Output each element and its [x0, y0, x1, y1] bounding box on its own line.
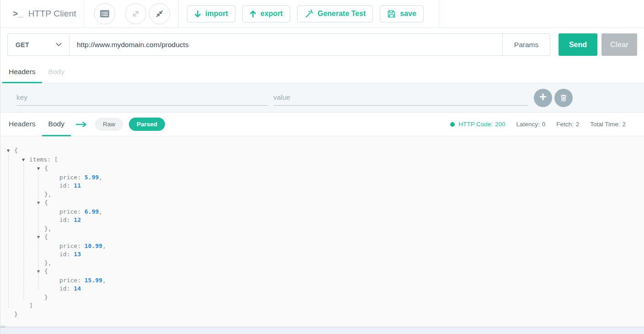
save-button[interactable]: save	[380, 5, 424, 22]
json-tree-line: id: 11	[0, 182, 644, 190]
magic-wand-icon	[304, 9, 314, 18]
json-tree-line: ▼{	[0, 164, 644, 173]
tab-response-headers[interactable]: Headers	[2, 113, 42, 136]
json-tree-line: ▼{	[0, 199, 644, 208]
expand-button[interactable]	[125, 3, 146, 24]
fetch-status: Fetch: 2	[556, 121, 579, 128]
url-input[interactable]	[69, 34, 502, 55]
json-plain-text: {	[44, 165, 48, 172]
json-plain-text: price:	[59, 242, 85, 249]
page-title: HTTP Client	[28, 9, 76, 19]
export-button[interactable]: export	[242, 5, 290, 22]
json-tree-line: },	[0, 190, 644, 199]
fetch-label: Fetch:	[556, 121, 574, 128]
collapse-icon	[155, 9, 164, 18]
tab-request-headers[interactable]: Headers	[2, 61, 42, 83]
json-tree-line: ▼{	[0, 233, 644, 242]
resize-grip[interactable]	[0, 325, 5, 329]
url-group: GET Params	[7, 33, 550, 56]
json-number-text: 13	[74, 251, 81, 258]
tree-indent-guide	[8, 155, 9, 307]
json-plain-text: ,	[102, 277, 106, 284]
generate-test-button-label: Generate Test	[318, 10, 366, 18]
tab-response-body[interactable]: Body	[42, 113, 71, 136]
app-title-area: >_ HTTP Client	[0, 0, 84, 27]
form-view-icon	[100, 10, 110, 18]
json-plain-text: {	[14, 147, 18, 154]
json-number-text: 15.99	[85, 277, 102, 284]
form-view-button[interactable]	[94, 3, 115, 24]
bottom-bar	[0, 327, 644, 334]
import-button[interactable]: import	[187, 5, 235, 22]
response-status-group: HTTP Code: 200 Latency: 0 Fetch: 2 Total…	[450, 113, 626, 136]
send-button[interactable]: Send	[559, 33, 597, 56]
http-code-label: HTTP Code:	[458, 121, 493, 128]
arrow-right-icon	[75, 113, 88, 136]
parsed-view-button[interactable]: Parsed	[129, 118, 165, 131]
tree-indent-guide	[38, 172, 39, 290]
raw-view-button[interactable]: Raw	[95, 118, 123, 131]
http-code-value: 200	[495, 121, 506, 128]
method-select-value: GET	[16, 41, 29, 48]
json-tree-line: id: 13	[0, 250, 644, 259]
request-tabs: Headers Body	[0, 61, 644, 83]
collapse-toggle-icon[interactable]: ▼	[7, 147, 14, 156]
toolbar-actions: import export Generate Test save	[179, 0, 439, 27]
json-plain-text: items: [	[29, 156, 58, 163]
json-plain-text: id:	[59, 285, 74, 292]
expand-icon	[131, 9, 140, 18]
save-button-label: save	[400, 10, 416, 18]
plus-icon: +	[539, 90, 547, 104]
json-tree-line: ▼items: [	[0, 156, 644, 165]
json-plain-text: ,	[102, 242, 106, 249]
json-plain-text: },	[44, 225, 52, 232]
total-time-status: Total Time: 2	[590, 121, 626, 128]
json-plain-text: },	[44, 191, 52, 198]
json-number-text: 12	[74, 216, 81, 223]
json-plain-text: id:	[59, 182, 74, 189]
add-header-button[interactable]: +	[534, 89, 552, 107]
json-plain-text: id:	[59, 216, 74, 223]
json-tree-line: ▼{	[0, 146, 644, 156]
json-tree-line: id: 12	[0, 216, 644, 225]
response-body-panel: ▼{▼items: [▼{price: 5.99,id: 11},▼{price…	[0, 136, 644, 327]
json-plain-text: }	[44, 294, 48, 301]
json-plain-text: ]	[29, 302, 33, 309]
clear-button[interactable]: Clear	[601, 33, 637, 56]
json-plain-text: {	[44, 199, 48, 206]
response-toolbar: Headers Body Raw Parsed HTTP Code: 200 L…	[0, 113, 644, 136]
header-kv-row: +	[0, 83, 644, 113]
params-button[interactable]: Params	[502, 34, 550, 55]
json-number-text: 14	[74, 285, 81, 292]
total-time-value: 2	[622, 121, 626, 128]
arrow-up-icon	[250, 10, 256, 18]
arrow-down-icon	[194, 10, 201, 18]
http-code-status: HTTP Code: 200	[450, 121, 505, 128]
json-tree-line: price: 5.99,	[0, 173, 644, 182]
header-value-input[interactable]	[273, 90, 528, 106]
generate-test-button[interactable]: Generate Test	[297, 5, 373, 22]
json-number-text: 10.99	[85, 242, 102, 249]
header-key-input[interactable]	[16, 90, 268, 106]
top-toolbar: >_ HTTP Client	[0, 0, 644, 28]
tab-request-body[interactable]: Body	[42, 61, 71, 83]
json-plain-text: price:	[59, 277, 85, 284]
json-plain-text: ,	[99, 174, 102, 181]
import-button-label: import	[205, 10, 228, 18]
method-select[interactable]: GET	[8, 34, 69, 55]
json-tree-line: price: 15.99,	[0, 276, 644, 285]
delete-header-button[interactable]	[554, 89, 573, 107]
latency-status: Latency: 0	[516, 121, 546, 128]
json-tree-line: id: 14	[0, 285, 644, 293]
collapse-button[interactable]	[149, 3, 170, 24]
json-plain-text: id:	[59, 251, 74, 258]
json-plain-text: }	[14, 311, 18, 318]
json-plain-text: },	[44, 259, 52, 266]
total-time-label: Total Time:	[590, 121, 620, 128]
terminal-prompt-icon: >_	[13, 9, 24, 19]
json-tree-line: }	[0, 293, 644, 302]
chevron-down-icon	[56, 43, 62, 47]
json-number-text: 6.99	[85, 208, 99, 215]
latency-value: 0	[542, 121, 546, 128]
json-number-text: 5.99	[85, 174, 99, 181]
